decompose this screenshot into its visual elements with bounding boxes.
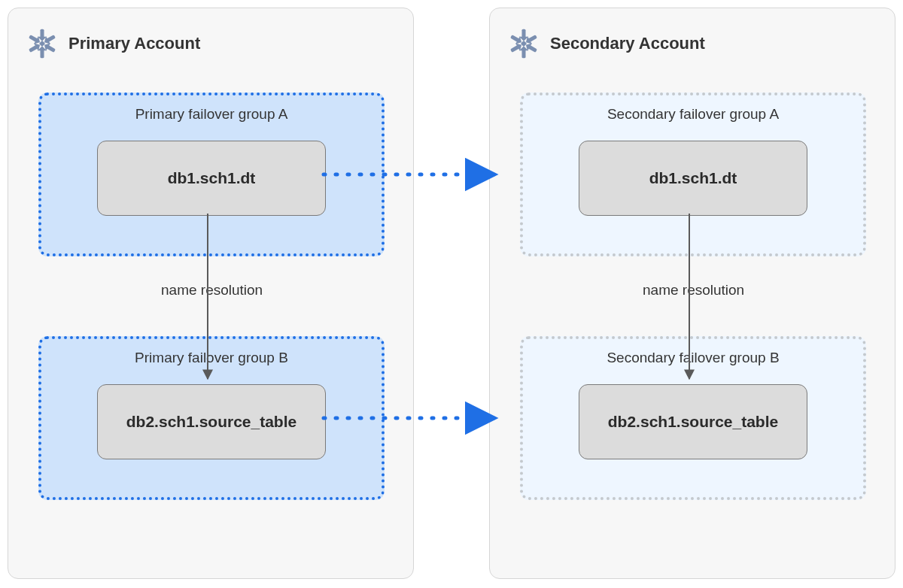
primary-name-resolution-label: name resolution: [158, 282, 266, 299]
primary-entity-db1-text: db1.sch1.dt: [168, 169, 256, 187]
primary-entity-db2: db2.sch1.source_table: [97, 384, 326, 459]
diagram-canvas: Primary Account Primary failover group A…: [0, 0, 903, 588]
secondary-entity-db1-text: db1.sch1.dt: [649, 169, 737, 187]
secondary-account-header: Secondary Account: [508, 28, 705, 59]
primary-account-header: Primary Account: [26, 28, 200, 59]
secondary-name-resolution-label: name resolution: [640, 282, 747, 299]
secondary-group-b-label: Secondary failover group B: [523, 350, 863, 366]
primary-account-title: Primary Account: [68, 34, 200, 53]
primary-group-b-label: Primary failover group B: [41, 350, 382, 366]
secondary-entity-db1: db1.sch1.dt: [579, 141, 807, 216]
secondary-entity-db2-text: db2.sch1.source_table: [608, 413, 778, 431]
secondary-failover-group-b: Secondary failover group B db2.sch1.sour…: [520, 336, 866, 500]
snowflake-icon: [26, 28, 58, 59]
secondary-account-title: Secondary Account: [550, 34, 705, 53]
svg-rect-25: [521, 41, 527, 47]
snowflake-icon: [508, 28, 540, 59]
secondary-failover-group-a: Secondary failover group A db1.sch1.dt: [520, 92, 866, 256]
primary-failover-group-a: Primary failover group A db1.sch1.dt: [38, 92, 385, 256]
secondary-entity-db2: db2.sch1.source_table: [579, 384, 807, 459]
secondary-group-a-label: Secondary failover group A: [523, 106, 863, 123]
primary-entity-db1: db1.sch1.dt: [97, 141, 326, 216]
svg-rect-12: [39, 41, 45, 47]
primary-failover-group-b: Primary failover group B db2.sch1.source…: [38, 336, 385, 500]
primary-entity-db2-text: db2.sch1.source_table: [126, 413, 296, 431]
primary-group-a-label: Primary failover group A: [41, 106, 382, 123]
